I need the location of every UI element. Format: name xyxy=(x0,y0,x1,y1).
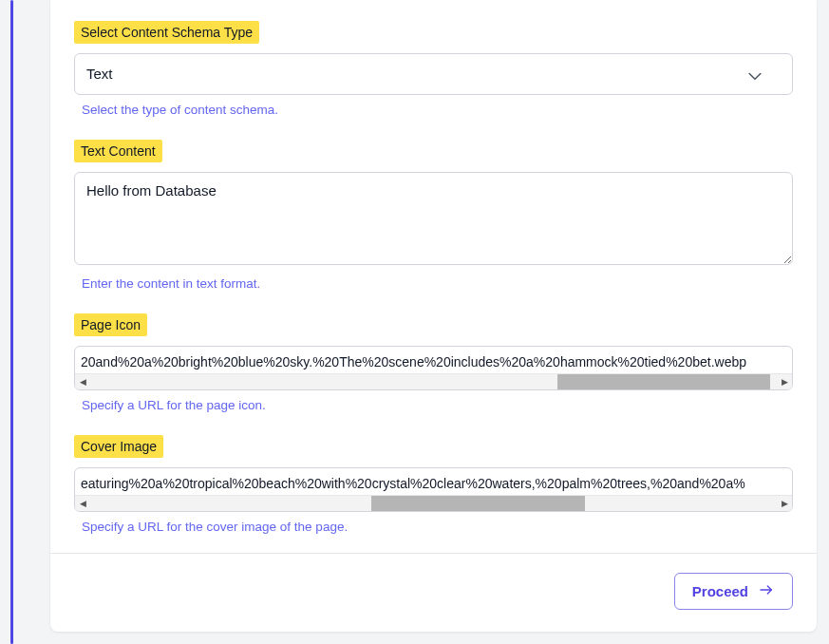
select-schema-type-wrap: Text xyxy=(74,53,793,95)
form-card: Select Content Schema Type Text Select t… xyxy=(50,0,817,632)
field-page-icon: Page Icon 20and%20a%20bright%20blue%20sk… xyxy=(74,313,793,412)
scrollbar-cover-image[interactable]: ◀ ▶ xyxy=(75,495,792,511)
scroll-thumb-page-icon[interactable] xyxy=(557,374,770,389)
footer: Proceed xyxy=(50,554,817,632)
helper-page-icon: Specify a URL for the page icon. xyxy=(74,398,793,412)
scroll-left-icon[interactable]: ◀ xyxy=(75,374,90,389)
scroll-right-icon[interactable]: ▶ xyxy=(777,374,792,389)
textarea-text-content[interactable] xyxy=(74,172,793,265)
input-cover-image-wrap: eaturing%20a%20tropical%20beach%20with%2… xyxy=(74,467,793,512)
label-page-icon: Page Icon xyxy=(74,313,147,336)
label-schema-type: Select Content Schema Type xyxy=(74,21,259,44)
scroll-right-icon[interactable]: ▶ xyxy=(777,496,792,511)
helper-text-content: Enter the content in text format. xyxy=(74,276,793,291)
helper-cover-image: Specify a URL for the cover image of the… xyxy=(74,520,793,534)
proceed-label: Proceed xyxy=(692,583,748,599)
scroll-thumb-cover-image[interactable] xyxy=(371,496,584,511)
scrollbar-page-icon[interactable]: ◀ ▶ xyxy=(75,373,792,389)
arrow-right-icon xyxy=(758,582,775,600)
field-cover-image: Cover Image eaturing%20a%20tropical%20be… xyxy=(74,435,793,534)
helper-schema-type: Select the type of content schema. xyxy=(74,103,793,117)
input-page-icon[interactable]: 20and%20a%20bright%20blue%20sky.%20The%2… xyxy=(75,347,792,373)
select-schema-type[interactable]: Text xyxy=(74,53,793,95)
input-page-icon-wrap: 20and%20a%20bright%20blue%20sky.%20The%2… xyxy=(74,346,793,390)
field-schema-type: Select Content Schema Type Text Select t… xyxy=(74,21,793,117)
proceed-button[interactable]: Proceed xyxy=(674,573,793,610)
scroll-track[interactable] xyxy=(90,496,777,511)
input-cover-image[interactable]: eaturing%20a%20tropical%20beach%20with%2… xyxy=(75,468,792,495)
form-content: Select Content Schema Type Text Select t… xyxy=(50,0,817,554)
scroll-left-icon[interactable]: ◀ xyxy=(75,496,90,511)
field-text-content: Text Content Enter the content in text f… xyxy=(74,140,793,291)
scroll-track[interactable] xyxy=(90,374,777,389)
label-cover-image: Cover Image xyxy=(74,435,163,458)
label-text-content: Text Content xyxy=(74,140,162,162)
left-accent-bar xyxy=(10,0,13,644)
